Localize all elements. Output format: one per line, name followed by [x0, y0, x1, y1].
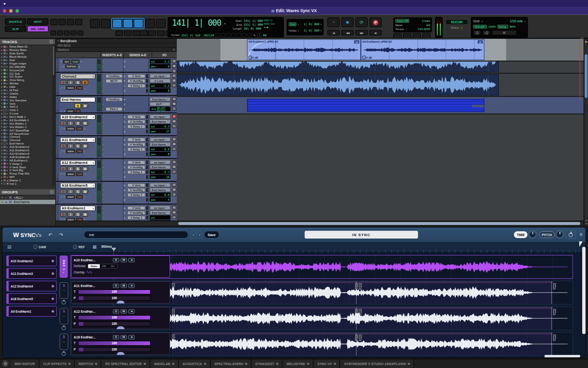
track-list-item[interactable]: ▸ Vox Riddim 1	[0, 122, 52, 125]
eye-icon[interactable]: ◉	[51, 284, 54, 288]
output-selector[interactable]: End Harms▾	[150, 97, 170, 101]
selection-length[interactable]: 10| 0| 000	[244, 27, 261, 31]
eye-icon[interactable]: ◉	[51, 309, 54, 313]
mute-button[interactable]: M	[82, 144, 88, 148]
solo-button[interactable]: S	[75, 103, 81, 108]
overlay-waveform-icon[interactable]: ∿∿	[86, 270, 92, 274]
status-indicator[interactable]	[216, 33, 220, 37]
solo-button[interactable]: S	[75, 166, 81, 171]
send-slot[interactable]: c	[124, 107, 148, 111]
audio-lane[interactable]: A9 EndHarm1-ePRO-04 ⇄ ◁0 dB A9 EndHarm1-…	[177, 39, 584, 62]
track-list-item[interactable]: ▸ Chorus1	[0, 135, 52, 139]
track-list-item[interactable]: ▸ Block Melody	[0, 55, 52, 59]
settings-gear-icon[interactable]: ⚙	[492, 30, 517, 35]
track-name-plate[interactable]: A9 EndHarm1▾	[60, 206, 95, 211]
send-slot[interactable]: cV Delay 1	[124, 83, 148, 88]
input-selector[interactable]: no input▾	[150, 160, 170, 164]
track-list-item[interactable]: ▸ Orca String	[0, 79, 52, 82]
track-name-plate[interactable]: A10 EndHarm2▾	[60, 114, 95, 120]
insert-slot[interactable]: •MC77	[103, 79, 123, 83]
track-list-item[interactable]: ▸ A17 SpeedRap	[0, 128, 52, 132]
volume-value[interactable]: -2.2	[163, 60, 170, 63]
syncvx-track-chip[interactable]: A9 EndHarm1◉	[6, 306, 57, 317]
input-monitor-button[interactable]: I	[67, 189, 74, 194]
strength-value[interactable]: 100%	[488, 25, 495, 28]
track-list-item[interactable]: ▸ A3 DontWalk 2	[0, 119, 52, 122]
insert-slot[interactable]: •ChnlStrp	[103, 97, 123, 101]
solo-button[interactable]: S	[75, 189, 81, 194]
add-lane-icon[interactable]: +	[172, 69, 176, 73]
track-list-item[interactable]: ▸ A11 EndHarm3	[0, 149, 52, 152]
send-slot[interactable]: aV Verb	[124, 114, 148, 119]
mute-button[interactable]: M	[82, 189, 88, 194]
automation-mode-button[interactable]: rd	[76, 109, 81, 113]
send-slot[interactable]: bV VerbBig	[124, 188, 148, 192]
playlist-icon[interactable]: ⊡	[172, 160, 176, 164]
input-monitor-button[interactable]: I	[67, 144, 74, 148]
solo-button[interactable]: S	[113, 309, 119, 314]
input-selector[interactable]: no input▾	[150, 183, 170, 187]
shuffle-mode-button[interactable]: SHUFFLE	[5, 18, 26, 25]
grid-view-icon[interactable]: ⊞	[172, 119, 176, 123]
main-counter-value[interactable]: 141| 1| 000	[172, 18, 221, 28]
counter-dropdown-icon[interactable]: ▾	[224, 22, 226, 25]
grid-view-icon[interactable]: ⊞	[172, 142, 176, 146]
group-number-selector[interactable]: 1⌄	[60, 334, 68, 350]
selection-start[interactable]: 141| 1| 000	[244, 19, 263, 23]
grid-note-value[interactable]: 1/16 note	[510, 19, 523, 23]
bottom-tab[interactable]: CLIP EFFECTS⧉	[39, 359, 75, 368]
power-icon[interactable]	[62, 352, 66, 356]
go-to-end-button[interactable]: ▶|	[370, 30, 382, 35]
mute-button[interactable]: M	[82, 103, 88, 108]
syncvx-track-chip[interactable]: A11 EndHarm3◉	[6, 268, 57, 279]
pencil-icon[interactable]: ✎	[253, 33, 256, 37]
elastic-audio-icon[interactable]: ⇄	[478, 40, 483, 44]
send-slot[interactable]: e	[124, 64, 148, 68]
grid-value[interactable]: 1| 0| 000	[304, 22, 320, 26]
status-indicator[interactable]	[237, 33, 241, 37]
undo-icon[interactable]: ↶	[48, 232, 52, 238]
loop-play-button[interactable]: ⟳	[356, 17, 368, 27]
grid-view-icon[interactable]: ⊞	[172, 210, 176, 214]
output-selector[interactable]: End Harms⌃	[150, 119, 170, 124]
audio-lane[interactable]	[177, 74, 584, 97]
track-list-item[interactable]: ▸ A10 EndHarm2	[0, 145, 52, 149]
syncvx-track-chip[interactable]: A10 EndHarm2◉	[6, 256, 57, 266]
send-slot[interactable]: cV Delay 1	[124, 124, 148, 128]
track-list-item[interactable]: ▸ Soar Synth	[0, 52, 52, 55]
unquantize-button[interactable]: -Q	[482, 30, 490, 35]
track-list-item[interactable]: ▸ GC Snare	[0, 75, 52, 79]
track-list-item[interactable]: ▸ GC Sub	[0, 72, 52, 75]
track-list-item[interactable]: ▾ GC DRUMS	[0, 65, 52, 68]
grid-view-icon[interactable]: ⊞	[172, 79, 176, 82]
send-slot[interactable]: aV Verb	[124, 137, 148, 142]
spot-mode-button[interactable]: SPOT	[27, 18, 48, 25]
ruler-label-secs[interactable]: Min:Secs	[56, 43, 177, 48]
track-list-item[interactable]: ♦ Verb 2	[0, 105, 52, 109]
playlist-icon[interactable]: ⊡	[172, 74, 176, 78]
view-selector[interactable]: wave	[66, 172, 75, 176]
denoise-on[interactable]: On	[108, 264, 117, 268]
insert-slot[interactable]: •	[103, 83, 123, 88]
online-button[interactable]: ◔	[327, 17, 340, 27]
status-indicator[interactable]	[221, 33, 225, 37]
input-monitor-button[interactable]: I	[67, 212, 74, 217]
track-list-item[interactable]: ▸ Hats	[0, 85, 52, 89]
track-list-item[interactable]: ♦ V Delay 1	[0, 162, 52, 165]
bottom-tab[interactable]: WAVELAB⧉	[150, 359, 179, 368]
denoise-auto[interactable]: Auto	[88, 264, 100, 268]
insert-slot[interactable]: •ChnlStrp	[103, 74, 123, 78]
add-lane-icon[interactable]: +	[172, 215, 176, 219]
bottom-tab[interactable]: MELODYNE⧉	[282, 359, 313, 368]
return-to-zero-button[interactable]: |◀	[327, 30, 340, 35]
track-list-item[interactable]: ▸ Pump That Shit	[0, 172, 52, 176]
volume-value[interactable]: -0.6	[151, 108, 155, 111]
volume-value[interactable]: -4.3	[163, 125, 170, 128]
playhead-marker[interactable]	[111, 248, 116, 251]
vertical-scrollbar[interactable]: ⚑▲▼	[584, 39, 588, 225]
track-list-item[interactable]: ♦ Verb	[0, 102, 52, 105]
view-selector[interactable]: wave	[66, 86, 75, 90]
bottom-tab[interactable]: RX SPECTRAL EDITOR⧉	[101, 359, 150, 368]
track-list-item[interactable]: ▸ Reecey Bass	[0, 48, 52, 52]
insert-slot[interactable]: •	[103, 102, 123, 106]
